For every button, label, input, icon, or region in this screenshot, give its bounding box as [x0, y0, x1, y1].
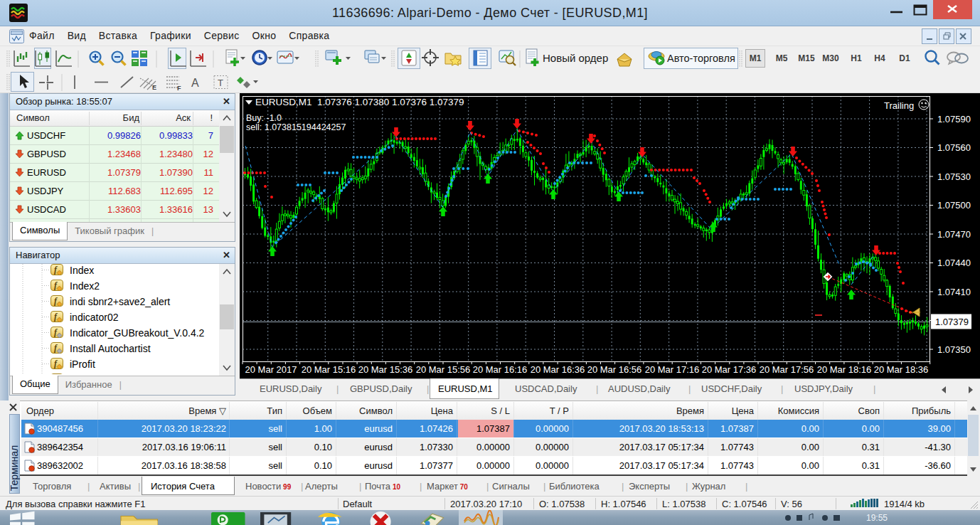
svg-text:1.07440: 1.07440 — [937, 258, 971, 268]
svg-text:1.07379: 1.07379 — [935, 317, 969, 327]
svg-text:H1: H1 — [851, 53, 862, 63]
svg-text:EURUSD,M1 1.07376 1.07380 1.0: EURUSD,M1 1.07376 1.07380 1.07376 1.0737… — [255, 97, 464, 107]
svg-text:20 Mar 16:56: 20 Mar 16:56 — [587, 364, 642, 375]
svg-text:20 Mar 18:36: 20 Mar 18:36 — [874, 364, 929, 375]
svg-text:M15: M15 — [798, 53, 815, 63]
svg-text:1.07500: 1.07500 — [937, 200, 971, 211]
svg-text:H4: H4 — [874, 53, 885, 63]
svg-text:20 Mar 15:16: 20 Mar 15:16 — [302, 364, 356, 375]
svg-text:E: E — [152, 84, 156, 91]
svg-text:M1: M1 — [750, 53, 762, 63]
svg-text:20 Mar 17:16: 20 Mar 17:16 — [645, 364, 700, 375]
svg-text:20 Mar 16:36: 20 Mar 16:36 — [531, 364, 585, 375]
svg-text:1.07560: 1.07560 — [937, 142, 971, 153]
svg-text:1.07590: 1.07590 — [937, 114, 971, 124]
svg-text:20 Mar 17:36: 20 Mar 17:36 — [702, 364, 757, 375]
svg-text:Trailing: Trailing — [884, 100, 914, 111]
svg-text:A: A — [191, 77, 199, 89]
svg-text:Buy: -1.0: Buy: -1.0 — [246, 113, 282, 123]
svg-text:20 Mar 15:36: 20 Mar 15:36 — [358, 364, 413, 375]
svg-text:20 Mar 17:56: 20 Mar 17:56 — [760, 364, 814, 375]
svg-text:Новый ордер: Новый ордер — [543, 52, 608, 64]
svg-text:1.07470: 1.07470 — [937, 229, 971, 240]
svg-text:20 Mar 15:56: 20 Mar 15:56 — [416, 364, 471, 375]
svg-text:1.07410: 1.07410 — [937, 287, 971, 297]
svg-text:M30: M30 — [822, 53, 839, 63]
svg-text:1.07530: 1.07530 — [937, 171, 971, 182]
svg-text:M5: M5 — [776, 53, 788, 63]
svg-text:20 Mar 18:16: 20 Mar 18:16 — [817, 364, 872, 375]
svg-text:sell: 1.073815194424257: sell: 1.073815194424257 — [246, 122, 346, 132]
svg-text:1.07350: 1.07350 — [937, 344, 971, 355]
svg-text:20 Mar 2017: 20 Mar 2017 — [245, 364, 297, 375]
svg-text:F: F — [177, 85, 181, 92]
svg-text:19:55: 19:55 — [866, 513, 888, 523]
svg-text:Авто-торговля: Авто-торговля — [667, 53, 735, 64]
svg-text:D1: D1 — [899, 53, 910, 63]
svg-text:T: T — [218, 78, 223, 88]
svg-text:20 Mar 16:16: 20 Mar 16:16 — [473, 364, 528, 375]
